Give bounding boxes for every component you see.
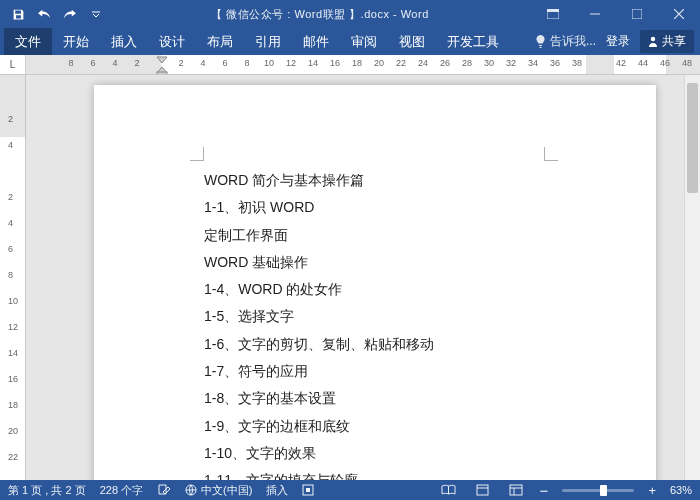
- margin-crop-mark: [190, 147, 204, 161]
- read-mode-button[interactable]: [438, 484, 459, 496]
- text-line[interactable]: 1-10、文字的效果: [204, 440, 576, 467]
- document-body[interactable]: WORD 简介与基本操作篇1-1、初识 WORD定制工作界面WORD 基础操作1…: [204, 167, 576, 480]
- tab-developer[interactable]: 开发工具: [436, 28, 510, 55]
- maximize-button[interactable]: [616, 0, 658, 28]
- text-line[interactable]: 1-7、符号的应用: [204, 358, 576, 385]
- tell-me-search[interactable]: 告诉我...: [535, 33, 596, 50]
- page[interactable]: WORD 简介与基本操作篇1-1、初识 WORD定制工作界面WORD 基础操作1…: [94, 85, 656, 480]
- horizontal-ruler-bar: L 86422468101214161820222426283032343638…: [0, 55, 700, 75]
- login-button[interactable]: 登录: [600, 33, 636, 50]
- print-layout-button[interactable]: [473, 484, 492, 496]
- redo-button[interactable]: [58, 2, 82, 26]
- globe-icon: [185, 484, 197, 496]
- title-bar: 【 微信公众号 : Word联盟 】.docx - Word: [0, 0, 700, 28]
- svg-rect-12: [510, 485, 522, 495]
- share-button[interactable]: 共享: [640, 30, 694, 53]
- tab-review[interactable]: 审阅: [340, 28, 388, 55]
- qat-customize-button[interactable]: [84, 2, 108, 26]
- svg-rect-8: [306, 488, 310, 492]
- word-count[interactable]: 228 个字: [100, 483, 143, 498]
- status-bar: 第 1 页 , 共 2 页 228 个字 中文(中国) 插入 − + 63%: [0, 480, 700, 500]
- svg-point-4: [651, 37, 655, 41]
- ribbon-tabs: 文件 开始 插入 设计 布局 引用 邮件 审阅 视图 开发工具 告诉我... 登…: [0, 28, 700, 55]
- document-area: 2424681012141618202224 WORD 简介与基本操作篇1-1、…: [0, 75, 700, 480]
- text-line[interactable]: 1-8、文字的基本设置: [204, 385, 576, 412]
- vertical-scrollbar[interactable]: [684, 75, 700, 480]
- undo-button[interactable]: [32, 2, 56, 26]
- web-layout-button[interactable]: [506, 484, 526, 496]
- language-indicator[interactable]: 中文(中国): [185, 483, 252, 498]
- zoom-slider[interactable]: [562, 489, 634, 492]
- ribbon-display-button[interactable]: [532, 0, 574, 28]
- tab-design[interactable]: 设计: [148, 28, 196, 55]
- text-line[interactable]: 1-6、文字的剪切、复制、粘贴和移动: [204, 331, 576, 358]
- horizontal-ruler[interactable]: 8642246810121416182022242628303234363842…: [26, 55, 700, 74]
- svg-rect-5: [157, 72, 167, 74]
- insert-mode[interactable]: 插入: [266, 483, 288, 498]
- page-indicator[interactable]: 第 1 页 , 共 2 页: [8, 483, 86, 498]
- text-line[interactable]: 定制工作界面: [204, 222, 576, 249]
- text-line[interactable]: 1-9、文字的边框和底纹: [204, 413, 576, 440]
- document-canvas[interactable]: WORD 简介与基本操作篇1-1、初识 WORD定制工作界面WORD 基础操作1…: [26, 75, 700, 480]
- scrollbar-thumb[interactable]: [687, 83, 698, 193]
- close-button[interactable]: [658, 0, 700, 28]
- window-title: 【 微信公众号 : Word联盟 】.docx - Word: [108, 7, 532, 22]
- text-line[interactable]: 1-1、初识 WORD: [204, 194, 576, 221]
- zoom-out-button[interactable]: −: [540, 482, 549, 499]
- tab-insert[interactable]: 插入: [100, 28, 148, 55]
- zoom-in-button[interactable]: +: [648, 483, 656, 498]
- macro-button[interactable]: [302, 484, 314, 496]
- hanging-indent-marker[interactable]: [156, 65, 168, 74]
- tab-layout[interactable]: 布局: [196, 28, 244, 55]
- svg-rect-3: [632, 9, 642, 19]
- text-line[interactable]: 1-5、选择文字: [204, 303, 576, 330]
- quick-access-toolbar: [0, 2, 108, 26]
- text-line[interactable]: 1-4、WORD 的处女作: [204, 276, 576, 303]
- window-controls: [532, 0, 700, 28]
- tab-mail[interactable]: 邮件: [292, 28, 340, 55]
- person-icon: [648, 36, 658, 47]
- vertical-ruler[interactable]: 2424681012141618202224: [0, 75, 26, 480]
- tab-stop-selector[interactable]: L: [0, 55, 26, 74]
- minimize-button[interactable]: [574, 0, 616, 28]
- zoom-level[interactable]: 63%: [670, 484, 692, 496]
- tab-view[interactable]: 视图: [388, 28, 436, 55]
- tab-home[interactable]: 开始: [52, 28, 100, 55]
- tab-file[interactable]: 文件: [4, 28, 52, 55]
- text-line[interactable]: 1-11、文字的填充与轮廓: [204, 467, 576, 480]
- tab-references[interactable]: 引用: [244, 28, 292, 55]
- text-line[interactable]: WORD 基础操作: [204, 249, 576, 276]
- zoom-slider-thumb[interactable]: [600, 485, 607, 496]
- bulb-icon: [535, 35, 546, 48]
- svg-rect-1: [547, 9, 559, 12]
- svg-rect-10: [477, 485, 488, 495]
- margin-crop-mark: [544, 147, 558, 161]
- text-line[interactable]: WORD 简介与基本操作篇: [204, 167, 576, 194]
- save-button[interactable]: [6, 2, 30, 26]
- proofing-button[interactable]: [157, 484, 171, 497]
